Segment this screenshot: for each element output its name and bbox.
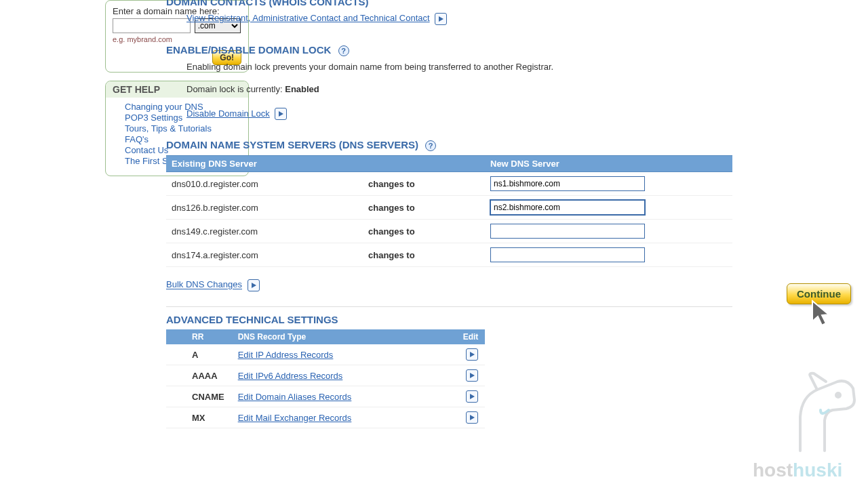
edit-mx-records-link[interactable]: Edit Mail Exchanger Records — [238, 413, 352, 423]
edit-cname-arrow-icon[interactable] — [466, 390, 478, 403]
svg-marker-5 — [470, 394, 475, 399]
new-dns-input-4[interactable] — [490, 247, 645, 262]
existing-dns-value: dns010.d.register.com — [166, 172, 363, 196]
watermark-dog-icon — [753, 369, 861, 458]
domain-contacts-heading: DOMAIN CONTACTS (WHOIS CONTACTS) — [166, 0, 732, 7]
watermark-brand1: host — [753, 460, 793, 481]
lock-status-value: Enabled — [285, 84, 319, 94]
new-dns-input-2[interactable] — [490, 200, 645, 215]
svg-point-8 — [836, 393, 840, 397]
advanced-row: AAAA Edit IPv6 Address Records — [166, 365, 485, 386]
domain-lock-help-icon[interactable]: ? — [338, 45, 349, 56]
dns-row: dns126.b.register.com changes to — [166, 196, 732, 220]
changes-to-label: changes to — [363, 243, 485, 267]
existing-dns-value: dns174.a.register.com — [166, 243, 363, 267]
new-dns-input-1[interactable] — [490, 176, 645, 191]
svg-marker-1 — [279, 111, 283, 117]
lock-status-prefix: Domain lock is currently: — [186, 84, 285, 94]
continue-button[interactable]: Continue — [787, 283, 851, 304]
advanced-row: CNAME Edit Domain Aliases Records — [166, 386, 485, 407]
disable-lock-arrow-icon[interactable] — [275, 108, 287, 120]
rr-value: MX — [166, 407, 231, 428]
changes-to-label: changes to — [363, 196, 485, 220]
advanced-row: A Edit IP Address Records — [166, 344, 485, 365]
existing-dns-value: dns126.b.register.com — [166, 196, 363, 220]
watermark: hosthuski — [753, 369, 861, 481]
edit-a-records-link[interactable]: Edit IP Address Records — [238, 350, 334, 360]
svg-marker-0 — [439, 16, 443, 22]
bulk-dns-arrow-icon[interactable] — [248, 279, 260, 291]
edit-aaaa-arrow-icon[interactable] — [466, 369, 478, 382]
changes-to-label: changes to — [363, 220, 485, 243]
view-contacts-arrow-icon[interactable] — [435, 13, 447, 25]
bulk-dns-link[interactable]: Bulk DNS Changes — [166, 280, 242, 290]
col-existing-dns: Existing DNS Server — [166, 156, 363, 172]
section-divider — [166, 306, 732, 307]
watermark-brand2: huski — [793, 460, 842, 481]
advanced-settings-heading: ADVANCED TECHNICAL SETTINGS — [166, 314, 732, 325]
edit-a-arrow-icon[interactable] — [466, 348, 478, 361]
domain-lock-description: Enabling domain lock prevents your domai… — [186, 60, 732, 74]
dns-servers-table: Existing DNS Server New DNS Server dns01… — [166, 155, 732, 267]
dns-row: dns149.c.register.com changes to — [166, 220, 732, 243]
rr-value: A — [166, 344, 231, 365]
advanced-settings-table: RR DNS Record Type Edit A Edit IP Addres… — [166, 329, 485, 428]
dns-row: dns010.d.register.com changes to — [166, 172, 732, 196]
col-record-type: DNS Record Type — [231, 329, 456, 344]
new-dns-input-3[interactable] — [490, 224, 645, 239]
dns-row: dns174.a.register.com changes to — [166, 243, 732, 267]
domain-lock-heading: ENABLE/DISABLE DOMAIN LOCK — [166, 44, 331, 56]
edit-mx-arrow-icon[interactable] — [466, 411, 478, 424]
dns-servers-heading: DOMAIN NAME SYSTEM SERVERS (DNS SERVERS) — [166, 139, 418, 150]
svg-marker-2 — [252, 283, 256, 288]
svg-marker-4 — [470, 373, 475, 378]
col-edit: Edit — [456, 329, 486, 344]
help-link-faqs[interactable]: FAQ's — [125, 134, 149, 144]
changes-to-label: changes to — [363, 172, 485, 196]
edit-aaaa-records-link[interactable]: Edit IPv6 Address Records — [238, 371, 343, 381]
view-contacts-link[interactable]: View Registrant, Administrative Contact … — [186, 13, 430, 23]
disable-lock-link[interactable]: Disable Domain Lock — [186, 108, 270, 119]
svg-marker-3 — [470, 352, 475, 357]
svg-marker-6 — [470, 415, 475, 420]
edit-cname-records-link[interactable]: Edit Domain Aliases Records — [238, 392, 352, 402]
advanced-row: MX Edit Mail Exchanger Records — [166, 407, 485, 428]
rr-value: AAAA — [166, 365, 231, 386]
col-rr: RR — [166, 329, 231, 344]
dns-servers-help-icon[interactable]: ? — [425, 140, 436, 151]
rr-value: CNAME — [166, 386, 231, 407]
existing-dns-value: dns149.c.register.com — [166, 220, 363, 243]
col-new-dns: New DNS Server — [485, 156, 732, 172]
